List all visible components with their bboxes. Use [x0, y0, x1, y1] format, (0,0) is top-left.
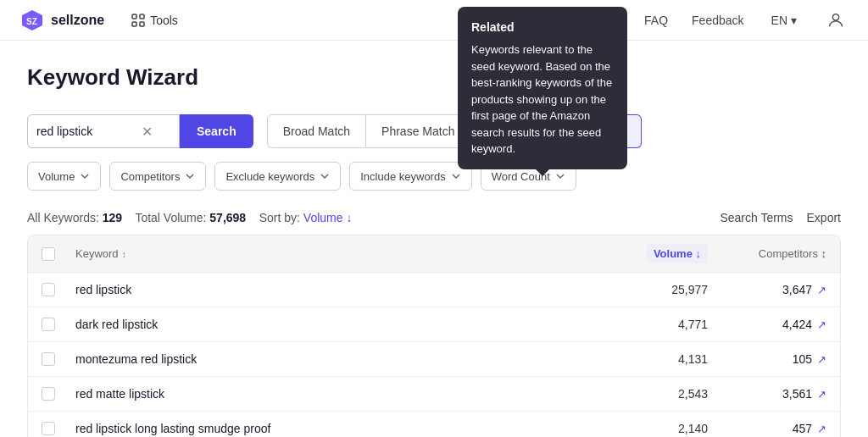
results-info: All Keywords: 129 Total Volume: 57,698 S… [27, 211, 720, 224]
page-title: Keyword Wizard [27, 64, 841, 91]
row-checkbox [42, 318, 75, 331]
select-all-checkbox[interactable] [42, 247, 55, 261]
nav-faq[interactable]: FAQ [644, 14, 668, 27]
nav-pricing[interactable]: Pricing [584, 14, 620, 27]
filter-bar: Volume Competitors Exclude keywords Incl… [27, 162, 841, 191]
export-button[interactable]: Export [807, 211, 841, 224]
row-volume: 2,543 [589, 387, 708, 401]
tab-related[interactable]: Related [567, 114, 642, 148]
row-volume: 25,977 [589, 283, 708, 296]
sort-by-value[interactable]: Volume [303, 211, 343, 224]
row-select-checkbox[interactable] [42, 422, 55, 435]
table-header: Keyword ↕ Volume ↓ Competitors ↕ [28, 235, 840, 273]
match-type-tabs: Broad Match Phrase Match Exact Match Rel… [267, 114, 642, 148]
th-competitors: Competitors ↕ [708, 247, 826, 260]
row-checkbox [42, 352, 75, 366]
row-select-checkbox[interactable] [42, 283, 55, 296]
logo-icon: SZ [20, 8, 44, 32]
filter-competitors[interactable]: Competitors [109, 162, 206, 191]
filter-wordcount[interactable]: Word Count [481, 162, 576, 191]
all-keywords-count: 129 [103, 211, 122, 224]
row-keyword: red lipstick [75, 283, 589, 296]
row-select-checkbox[interactable] [42, 352, 55, 366]
user-icon[interactable] [824, 8, 848, 32]
row-keyword: red matte lipstick [75, 387, 589, 401]
row-keyword: montezuma red lipstick [75, 352, 589, 366]
th-competitors-label[interactable]: Competitors ↕ [759, 247, 826, 260]
tab-broad-match[interactable]: Broad Match [267, 114, 366, 148]
navbar: SZ sellzone Tools Pricing FAQ Feedback E… [0, 0, 868, 41]
nav-feedback[interactable]: Feedback [692, 14, 743, 27]
row-competitors: 3,647 ↗ [708, 283, 826, 296]
row-select-checkbox[interactable] [42, 318, 55, 331]
search-terms-button[interactable]: Search Terms [720, 211, 793, 224]
row-select-checkbox[interactable] [42, 387, 55, 401]
chevron-down-icon [185, 171, 195, 181]
row-competitors: 4,424 ↗ [708, 318, 826, 331]
row-competitors: 3,561 ↗ [708, 387, 826, 401]
svg-point-6 [832, 14, 838, 19]
keywords-table: Keyword ↕ Volume ↓ Competitors ↕ red lip… [27, 235, 841, 437]
tab-phrase-match[interactable]: Phrase Match [366, 114, 470, 148]
th-volume-label[interactable]: Volume ↓ [647, 244, 708, 263]
sort-by-label: Sort by: [259, 211, 300, 224]
th-keyword: Keyword ↕ [75, 247, 589, 260]
table-row: montezuma red lipstick 4,131 105 ↗ [28, 342, 840, 377]
row-competitors: 105 ↗ [708, 352, 826, 366]
row-competitors-link-icon[interactable]: ↗ [817, 353, 826, 366]
row-checkbox [42, 387, 75, 401]
language-selector[interactable]: EN ▾ [771, 14, 797, 27]
chevron-down-icon [320, 171, 330, 181]
filter-exclude[interactable]: Exclude keywords [214, 162, 341, 191]
grid-icon [131, 14, 145, 27]
filter-volume-label: Volume [38, 170, 75, 183]
sort-arrow: ↓ [346, 211, 352, 224]
clear-button[interactable]: ✕ [138, 124, 156, 140]
search-bar: ✕ Search Broad Match Phrase Match Exact … [27, 114, 841, 148]
tools-label: Tools [150, 14, 178, 27]
row-keyword: dark red lipstick [75, 318, 589, 331]
row-competitors-value: 457 [793, 422, 812, 435]
svg-rect-2 [132, 14, 136, 19]
th-keyword-label: Keyword [75, 247, 119, 260]
th-volume: Volume ↓ [589, 244, 708, 263]
svg-rect-4 [132, 22, 136, 26]
header-actions: Search Terms Export [720, 211, 841, 224]
lang-label: EN [771, 14, 787, 27]
search-button[interactable]: Search [180, 114, 253, 148]
row-competitors-value: 3,647 [782, 283, 812, 296]
row-competitors-link-icon[interactable]: ↗ [817, 284, 826, 296]
table-row: red lipstick 25,977 3,647 ↗ [28, 273, 840, 307]
page-content: Keyword Wizard ✕ Search Broad Match Phra… [0, 41, 868, 437]
row-checkbox [42, 422, 75, 435]
tools-menu[interactable]: Tools [131, 14, 178, 27]
table-row: red lipstick long lasting smudge proof 2… [28, 412, 840, 437]
row-competitors-link-icon[interactable]: ↗ [817, 318, 826, 331]
table-row: red matte lipstick 2,543 3,561 ↗ [28, 377, 840, 412]
th-keyword-sort-icon[interactable]: ↕ [122, 249, 127, 259]
filter-competitors-label: Competitors [120, 170, 180, 183]
all-keywords-label: All Keywords: [27, 211, 99, 224]
filter-volume[interactable]: Volume [27, 162, 101, 191]
nav-links: Pricing FAQ Feedback [584, 14, 743, 27]
filter-include[interactable]: Include keywords [349, 162, 471, 191]
row-volume: 4,771 [589, 318, 708, 331]
logo[interactable]: SZ sellzone [20, 8, 104, 32]
filter-exclude-label: Exclude keywords [225, 170, 314, 183]
row-competitors-link-icon[interactable]: ↗ [817, 388, 826, 401]
user-avatar-icon [826, 11, 845, 30]
filter-include-label: Include keywords [360, 170, 445, 183]
chevron-down-icon [80, 171, 90, 181]
logo-text: sellzone [51, 13, 104, 28]
row-volume: 4,131 [589, 352, 708, 366]
svg-rect-3 [140, 14, 144, 19]
row-volume: 2,140 [589, 422, 708, 435]
chevron-down-icon [451, 171, 461, 181]
results-header: All Keywords: 129 Total Volume: 57,698 S… [27, 211, 841, 224]
total-volume-value: 57,698 [209, 211, 246, 224]
tab-exact-match[interactable]: Exact Match [470, 114, 567, 148]
row-competitors: 457 ↗ [708, 422, 826, 435]
search-input[interactable] [36, 124, 138, 138]
row-competitors-link-icon[interactable]: ↗ [817, 423, 826, 435]
row-competitors-value: 105 [793, 352, 812, 366]
